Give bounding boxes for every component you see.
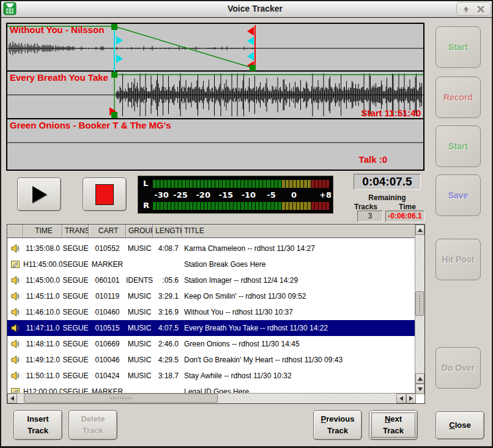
log-row[interactable]: 11:49:12.0SEGUE010046MUSIC4:29.5Don't Go…: [7, 352, 415, 368]
previous-track-button[interactable]: PreviousTrack: [313, 410, 362, 440]
log-row[interactable]: 11:35:08.0SEGUE010552MUSIC4:08.7Karma Ch…: [7, 241, 415, 256]
log-row[interactable]: H11:45:00.0SEGUEMARKERStation Break Goes…: [7, 256, 415, 272]
row-type-icon: [7, 339, 23, 349]
column-header-icon[interactable]: [7, 225, 23, 237]
close-button[interactable]: Close: [436, 411, 484, 439]
talk-start-marker-arrow[interactable]: [116, 54, 123, 63]
meter-segment: [153, 202, 156, 210]
meter-segment: [271, 180, 274, 188]
titlebar[interactable]: Voice Tracker: [0, 0, 493, 18]
column-header-title[interactable]: TITLE: [182, 225, 415, 237]
meter-segment: [263, 180, 266, 188]
log-row[interactable]: 11:50:11.0SEGUE010424MUSIC3:18.7Stay Awh…: [7, 368, 415, 384]
column-header-group[interactable]: GROUP: [126, 225, 153, 237]
app-icon: [2, 1, 17, 16]
log-cell: 3:16.9: [153, 308, 182, 316]
next-track-button[interactable]: NextTrack: [369, 410, 418, 440]
meter-segment: [157, 202, 160, 210]
scroll-up-button[interactable]: [415, 225, 424, 235]
left-arrow-icon: [399, 396, 403, 401]
play-button[interactable]: [17, 177, 61, 211]
stop-button[interactable]: [83, 177, 127, 211]
log-cell: H11:45:00.0: [23, 260, 62, 269]
scroll-left-button[interactable]: [7, 394, 17, 403]
log-cell: MUSIC: [126, 340, 153, 348]
row-type-icon: [7, 275, 23, 285]
log-cell: 4:07.5: [153, 324, 182, 332]
log-cell: Station Break Goes Here: [182, 260, 415, 269]
hit-post-button[interactable]: Hit Post: [436, 239, 481, 280]
horizontal-scrollbar[interactable]: [7, 393, 416, 403]
column-header-cart[interactable]: CART: [89, 225, 126, 237]
meter-segment: [286, 202, 289, 210]
scroll-up-button-bottom[interactable]: [415, 373, 424, 384]
button-label-line: Insert: [27, 414, 48, 425]
track-title: Every Breath You Take: [10, 72, 108, 83]
vertical-scroll-track[interactable]: [415, 235, 424, 373]
button-label: Start: [448, 141, 468, 151]
log-cell: MARKER: [89, 260, 126, 269]
button-label: Start: [448, 42, 468, 52]
log-row[interactable]: 11:46:10.0SEGUE010460MUSIC3:16.9Without …: [7, 304, 415, 320]
talk-end-marker-arrow[interactable]: [247, 37, 254, 45]
log-cell: Stay Awhile -- rdhost 11/30 10:32: [182, 371, 415, 380]
talk-end-marker-arrow[interactable]: [247, 52, 254, 61]
segue-end-marker-arrow[interactable]: [247, 27, 254, 35]
fade-handle[interactable]: [111, 24, 117, 30]
meter-segment: [322, 180, 325, 188]
meter-segment: [259, 180, 262, 188]
column-header-length[interactable]: LENGTH: [153, 225, 182, 237]
do-over-button[interactable]: Do Over: [436, 347, 481, 389]
talk-start-marker-arrow[interactable]: [116, 36, 123, 45]
scroll-right-button[interactable]: [406, 394, 416, 403]
vertical-scrollbar[interactable]: [415, 225, 424, 394]
meter-segment: [208, 202, 211, 210]
meter-segment: [234, 202, 237, 210]
play-icon: [29, 185, 50, 204]
meter-segment: [171, 202, 174, 210]
log-row[interactable]: 11:45:11.0SEGUE010119MUSIC3:29.1Keep On …: [7, 288, 415, 304]
meter-segment: [226, 202, 229, 210]
close-window-icon[interactable]: [475, 4, 486, 15]
log-cell: 010515: [89, 324, 126, 332]
voice-track-3[interactable]: Green Onions - Booker T & The MG's Talk …: [7, 119, 423, 167]
column-header-time[interactable]: TIME: [23, 225, 62, 237]
record-button[interactable]: Record: [436, 77, 481, 118]
horizontal-scroll-track[interactable]: [17, 394, 396, 403]
fade-handle[interactable]: [111, 112, 117, 118]
log-cell: SEGUE: [62, 308, 89, 316]
row-type-icon: [7, 371, 23, 381]
meter-segment: [182, 180, 185, 188]
row-type-icon: [7, 355, 23, 365]
meter-segment: [297, 180, 300, 188]
log-row[interactable]: 11:47:11.0SEGUE010515MUSIC4:07.5Every Br…: [7, 320, 415, 336]
thumb-grip: [110, 396, 132, 400]
log-row[interactable]: 11:45:00.0SEGUE060101IDENTS:05.6Station …: [7, 272, 415, 288]
button-label-line: Previous: [321, 414, 355, 425]
meter-segment: [190, 202, 193, 210]
insert-track-button[interactable]: InsertTrack: [13, 410, 62, 440]
shade-window-icon[interactable]: [461, 4, 472, 15]
horizontal-scroll-thumb[interactable]: [24, 394, 218, 403]
thumb-grip: [418, 294, 421, 313]
log-cell: 010046: [89, 356, 126, 364]
button-label-line: Track: [28, 425, 48, 436]
log-row[interactable]: 11:48:11.0SEGUE010669MUSIC2:46.0Green On…: [7, 336, 415, 352]
log-cell: 060101: [89, 276, 126, 285]
track-talk-time: Talk :0: [359, 154, 387, 165]
meter-segment: [197, 202, 200, 210]
column-header-trans[interactable]: TRANS: [62, 225, 89, 237]
fade-handle[interactable]: [250, 65, 256, 71]
voice-track-1[interactable]: Without You - Nilsson: [7, 24, 423, 72]
delete-track-button[interactable]: DeleteTrack: [69, 410, 117, 440]
scroll-down-button[interactable]: [415, 384, 424, 394]
meter-segment: [282, 180, 285, 188]
fade-handle[interactable]: [111, 72, 117, 78]
log-cell: MUSIC: [126, 356, 153, 364]
vertical-scroll-thumb[interactable]: [415, 291, 424, 316]
start-track2-button[interactable]: Start: [436, 125, 481, 167]
voice-track-2[interactable]: Every Breath You Take Start 11:51:40: [7, 72, 423, 119]
start-track1-button[interactable]: Start: [436, 26, 481, 68]
save-button[interactable]: Save: [436, 174, 481, 216]
scroll-left-button-right[interactable]: [396, 394, 406, 403]
